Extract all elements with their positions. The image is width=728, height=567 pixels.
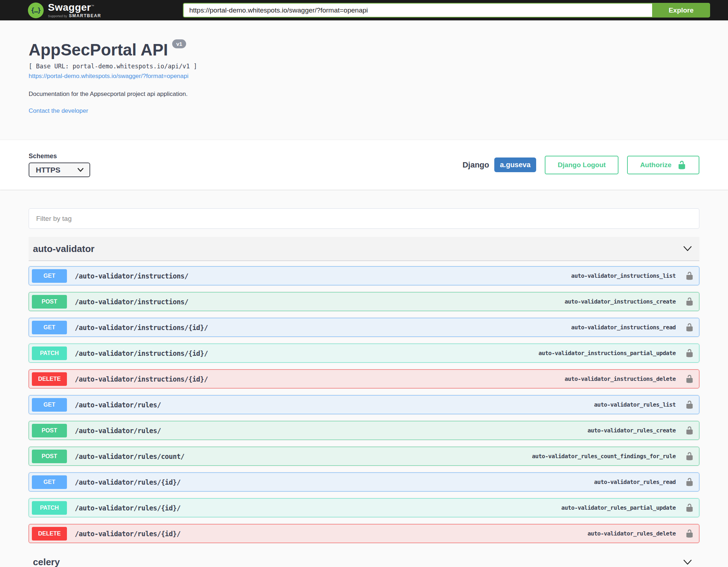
lock-open-icon[interactable] [685, 503, 694, 512]
base-url: [ Base URL: portal-demo.whitespots.io/ap… [29, 63, 699, 70]
operation-id: auto-validator_rules_read [594, 479, 676, 485]
method-badge: GET [32, 475, 67, 489]
topbar: {…} Swagger™ Supported by SMARTBEAR Expl… [0, 0, 728, 20]
version-badge: v1 [172, 39, 186, 48]
tag-title: auto-validator [33, 243, 94, 255]
spec-url-input[interactable] [183, 3, 652, 18]
operation-row[interactable]: DELETE /auto-validator/instructions/{id}… [29, 369, 699, 388]
operation-row[interactable]: GET /auto-validator/instructions/{id}/ a… [29, 318, 699, 337]
tag-header[interactable]: celery [29, 550, 699, 567]
operation-path: /auto-validator/rules/{id}/ [75, 530, 180, 538]
operations: GET /auto-validator/instructions/ auto-v… [29, 261, 699, 543]
chevron-down-icon[interactable] [681, 243, 694, 254]
operation-id: auto-validator_instructions_create [564, 298, 676, 305]
trademark-mark: ™ [91, 4, 94, 8]
operation-path: /auto-validator/rules/{id}/ [75, 478, 180, 486]
spec-url-form: Explore [183, 3, 710, 18]
auth-wrapper: Django a.guseva Django Logout Authorize [462, 156, 699, 174]
method-badge: DELETE [32, 527, 67, 541]
chevron-down-icon[interactable] [681, 557, 694, 567]
lock-open-icon[interactable] [685, 452, 694, 461]
swagger-logo-text: Swagger™ [48, 3, 101, 13]
operation-path: /auto-validator/instructions/{id}/ [75, 375, 208, 383]
scheme-selected-value: HTTPS [36, 166, 60, 174]
operation-row[interactable]: PATCH /auto-validator/instructions/{id}/… [29, 344, 699, 363]
lock-open-icon[interactable] [685, 297, 694, 306]
method-badge: GET [32, 398, 67, 412]
swagger-braces-icon: {…} [28, 3, 44, 18]
tag-sections: auto-validator GET /auto-validator/instr… [29, 237, 699, 567]
lock-open-icon[interactable] [685, 529, 694, 538]
operation-row[interactable]: GET /auto-validator/rules/ auto-validato… [29, 395, 699, 414]
smartbear-brand: SMARTBEAR [69, 14, 101, 18]
method-badge: GET [32, 269, 67, 283]
operation-path: /auto-validator/rules/count/ [75, 452, 184, 460]
lock-open-icon[interactable] [685, 271, 694, 280]
operation-path: /auto-validator/instructions/ [75, 298, 188, 306]
operation-row[interactable]: POST /auto-validator/rules/ auto-validat… [29, 421, 699, 440]
method-badge: PATCH [32, 346, 67, 360]
lock-open-icon[interactable] [685, 349, 694, 358]
operation-row[interactable]: GET /auto-validator/instructions/ auto-v… [29, 266, 699, 285]
scheme-select[interactable]: HTTPS [29, 163, 90, 177]
lock-open-icon [677, 160, 686, 170]
lock-open-icon[interactable] [685, 323, 694, 332]
operations-main: auto-validator GET /auto-validator/instr… [0, 190, 728, 567]
operation-id: auto-validator_instructions_delete [564, 375, 676, 382]
scheme-bar: Schemes HTTPS Django a.guseva Django Log… [0, 140, 728, 190]
operation-id: auto-validator_instructions_list [571, 272, 676, 279]
operation-id: auto-validator_rules_list [594, 401, 676, 408]
tag-title: celery [33, 557, 60, 567]
operation-path: /auto-validator/rules/ [75, 401, 161, 409]
operation-path: /auto-validator/rules/ [75, 427, 161, 435]
operation-id: auto-validator_instructions_read [571, 324, 676, 331]
operation-path: /auto-validator/rules/{id}/ [75, 504, 180, 512]
django-logout-button[interactable]: Django Logout [545, 156, 618, 174]
tag-section: auto-validator GET /auto-validator/instr… [29, 237, 699, 543]
operation-row[interactable]: DELETE /auto-validator/rules/{id}/ auto-… [29, 524, 699, 543]
operation-row[interactable]: POST /auto-validator/rules/count/ auto-v… [29, 447, 699, 466]
operation-path: /auto-validator/instructions/{id}/ [75, 324, 208, 331]
operation-id: auto-validator_instructions_partial_upda… [538, 350, 676, 357]
django-label: Django [462, 160, 489, 170]
filter-by-tag-input[interactable] [29, 208, 699, 229]
authorize-button[interactable]: Authorize [627, 156, 699, 174]
contact-developer-link[interactable]: Contact the developer [29, 107, 88, 115]
lock-open-icon[interactable] [685, 374, 694, 383]
operation-id: auto-validator_rules_delete [587, 530, 676, 537]
chevron-down-icon [77, 168, 84, 172]
method-badge: POST [32, 295, 67, 309]
tag-header[interactable]: auto-validator [29, 237, 699, 261]
method-badge: POST [32, 450, 67, 463]
explore-button[interactable]: Explore [652, 3, 710, 18]
operation-id: auto-validator_rules_count_findings_for_… [532, 453, 676, 460]
smartbear-tagline: Supported by SMARTBEAR [48, 14, 101, 18]
operation-id: auto-validator_rules_partial_update [561, 504, 676, 511]
operation-path: /auto-validator/instructions/ [75, 272, 188, 280]
api-description: Documentation for the Appsecportal proje… [29, 91, 699, 98]
method-badge: DELETE [32, 372, 67, 386]
lock-open-icon[interactable] [685, 426, 694, 435]
username-badge: a.guseva [494, 158, 537, 172]
schemes-group: Schemes HTTPS [29, 152, 90, 177]
operation-path: /auto-validator/instructions/{id}/ [75, 349, 208, 357]
page-title: AppSecPortal API v1 [29, 41, 699, 59]
schemes-label: Schemes [29, 152, 90, 160]
operation-row[interactable]: GET /auto-validator/rules/{id}/ auto-val… [29, 472, 699, 491]
method-badge: GET [32, 321, 67, 334]
lock-open-icon[interactable] [685, 400, 694, 409]
swagger-logo: {…} Swagger™ Supported by SMARTBEAR [28, 3, 101, 18]
spec-link[interactable]: https://portal-demo.whitespots.io/swagge… [29, 73, 189, 80]
api-info-section: AppSecPortal API v1 [ Base URL: portal-d… [0, 20, 728, 140]
operation-row[interactable]: PATCH /auto-validator/rules/{id}/ auto-v… [29, 498, 699, 517]
method-badge: POST [32, 424, 67, 437]
method-badge: PATCH [32, 501, 67, 515]
operation-row[interactable]: POST /auto-validator/instructions/ auto-… [29, 292, 699, 311]
operation-id: auto-validator_rules_create [587, 427, 676, 434]
tag-section: celery [29, 550, 699, 567]
lock-open-icon[interactable] [685, 478, 694, 486]
